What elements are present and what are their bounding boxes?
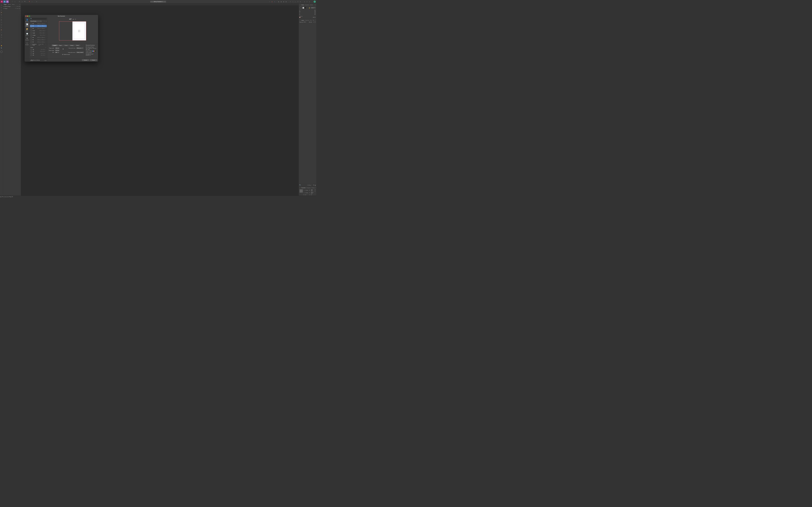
preset-item[interactable]: B5176 mm × 250 mm♡ [30, 41, 47, 43]
forward-icon[interactable]: ▦ [283, 1, 285, 3]
favourite-icon[interactable]: ♡ [45, 39, 46, 40]
menu-icon[interactable]: ≡ [46, 47, 46, 48]
preset-group-header[interactable]: Photo≡ [30, 46, 47, 48]
dropdown-icon[interactable]: ▾ [273, 1, 275, 3]
adjust-icon[interactable]: ◐ [309, 184, 310, 186]
vector-crop-tool-icon[interactable]: ⊹ [0, 31, 2, 33]
cat-open[interactable]: 📂Open [25, 27, 29, 32]
view-tool-icon[interactable]: ✋ [0, 45, 2, 47]
pages-section[interactable]: ▶ Pages ⮂ ⊞ ⧉ 🗑 [3, 7, 21, 9]
tab-layout[interactable]: Layout [52, 45, 58, 46]
cat-recent[interactable]: 🕘Recent [25, 32, 29, 37]
rounded-rect-tool-icon[interactable]: ▢ [0, 26, 2, 28]
favourite-icon[interactable]: ♡ [45, 49, 46, 50]
close-window-icon[interactable] [26, 16, 27, 17]
view-mode-portrait-icon[interactable]: ▯ [44, 20, 45, 22]
preset-item[interactable]: B3353 mm × 500 mm♡ [30, 36, 47, 39]
shape-tool-icon[interactable]: ◻ [0, 21, 2, 23]
search-icon[interactable]: 🔍 [300, 184, 301, 186]
arrange-icon[interactable]: ◆ [271, 1, 273, 3]
preset-item[interactable]: Business Card55 mm × 88 mm♡ [30, 43, 47, 46]
cat-account[interactable]: 👤Account [25, 18, 29, 22]
reset-preset-icon[interactable]: ⟳ [75, 18, 76, 20]
noise-icon[interactable] [300, 17, 301, 18]
fx-icon[interactable]: fx [310, 184, 311, 186]
y-value[interactable]: 36 [314, 12, 316, 13]
picture-frame-tool-icon[interactable]: ▦ [0, 29, 2, 31]
favourite-icon[interactable]: ♡ [45, 33, 46, 33]
gear-icon[interactable]: ⚙ [313, 21, 314, 23]
text-tool-icon[interactable]: A [0, 14, 2, 16]
colour-selector-icon[interactable] [0, 51, 2, 53]
dup-page-icon[interactable]: ⧉ [18, 8, 18, 9]
eyedropper-icon[interactable] [303, 7, 306, 9]
del-master-icon[interactable]: 🗑 [19, 6, 20, 7]
preset-list[interactable]: A4210 mm × 297 mm♡ A5148 mm × 210 mm♡ A6… [30, 22, 47, 59]
favourite-icon[interactable]: ♡ [45, 44, 46, 45]
last-page-icon[interactable]: ⏭ [10, 196, 11, 197]
favourite-icon[interactable]: ♡ [45, 30, 46, 31]
add-layer-icon[interactable]: ⊞ [313, 184, 314, 186]
transparency-tool-icon[interactable]: ✦ [0, 36, 2, 38]
history-tab[interactable]: History [311, 187, 314, 188]
page-height-input[interactable]: 210 mm [55, 50, 60, 51]
lock-icon[interactable]: 🔒 [309, 7, 310, 8]
spread-icon[interactable]: ⮂ [15, 8, 16, 9]
preset-search[interactable]: 🔍 [30, 18, 47, 19]
preset-item[interactable]: A5148 mm × 210 mm♡ [30, 25, 47, 27]
preset-item[interactable]: Legal8.5 in × 14 in♡ [30, 32, 47, 34]
zoom-tool-icon[interactable]: 🔍 [0, 47, 2, 49]
opacity-value[interactable]: 100 % [313, 17, 316, 18]
m-value[interactable]: 96 [314, 11, 316, 12]
cat-samples[interactable]: ◫Samples [25, 41, 29, 46]
ungroup-icon[interactable]: ▦ [280, 1, 282, 3]
rotate-icon[interactable]: ⟲ [297, 1, 299, 3]
panel-menu-icon[interactable]: ≡ [315, 187, 316, 188]
assets-tab[interactable]: Assets [8, 4, 11, 5]
stroke-tab[interactable]: Stroke [310, 4, 313, 5]
grid-icon[interactable] [24, 1, 26, 3]
blend-mode-select[interactable]: Normal [309, 21, 312, 23]
paragraph-tab[interactable]: Par [310, 20, 312, 21]
preset-item[interactable]: A4210 mm × 297 mm♡ [30, 23, 47, 25]
del-page-icon[interactable]: 🗑 [19, 8, 20, 9]
c-value[interactable]: 82 [314, 10, 316, 11]
layer-opacity-value[interactable]: 100 % [303, 21, 306, 23]
character-tab[interactable]: Character [305, 20, 309, 21]
minimize-window-icon[interactable] [27, 16, 28, 17]
ellipse-tool-icon[interactable]: ◯ [0, 24, 2, 26]
preset-item[interactable]: 4D4.5 in × 6 in♡ [30, 50, 47, 52]
favourite-icon[interactable]: ♡ [45, 51, 46, 52]
preview-icon[interactable] [36, 1, 38, 3]
pin-icon[interactable]: 📍 [28, 1, 30, 3]
x-value[interactable]: -3 mm [305, 190, 309, 191]
tab-colour[interactable]: Colour [63, 45, 69, 46]
snap-icon[interactable] [18, 1, 20, 3]
favourite-icon[interactable]: ♡ [42, 20, 43, 22]
flip-h-icon[interactable]: ◁ [292, 1, 294, 3]
cat-templates[interactable]: ▦Templates [25, 37, 29, 41]
link-wh-icon[interactable]: ⇅ [315, 189, 316, 190]
table-tool-icon[interactable]: ▤ [0, 19, 2, 21]
layers-menu-icon[interactable]: ☰ [315, 21, 316, 23]
add-page-icon[interactable]: ⊞ [17, 8, 18, 9]
notif-icon[interactable]: ● [306, 1, 308, 3]
publisher-persona-icon[interactable]: A [0, 0, 3, 3]
preset-category-select[interactable]: Press Ready⇅ [30, 20, 42, 22]
flip-v-icon[interactable]: ▷ [294, 1, 296, 3]
fill-tool-icon[interactable]: ◢ [0, 34, 2, 36]
w-value[interactable]: 260 mm [311, 189, 314, 191]
panel-menu-icon[interactable]: ≡ [19, 4, 20, 5]
preset-item[interactable]: A6105 mm × 148 mm♡ [30, 27, 47, 30]
art-text-tool-icon[interactable]: ▦ [0, 11, 2, 13]
text-styles-tab[interactable]: TSt [313, 20, 314, 21]
backward-icon[interactable]: ▦ [285, 1, 287, 3]
zoom-window-icon[interactable] [29, 16, 30, 17]
group-icon[interactable]: ▦ [278, 1, 280, 3]
dpi-select[interactable]: 300▾ [55, 52, 59, 53]
h-value[interactable]: 206.1 mm [311, 192, 314, 194]
stock-tab[interactable]: Stock [12, 4, 14, 5]
default-master-checkbox[interactable]: ✓ [62, 54, 63, 55]
panel-drag-icon[interactable]: ┇ [300, 187, 300, 188]
colour-model-select[interactable]: CMYK [311, 7, 316, 8]
